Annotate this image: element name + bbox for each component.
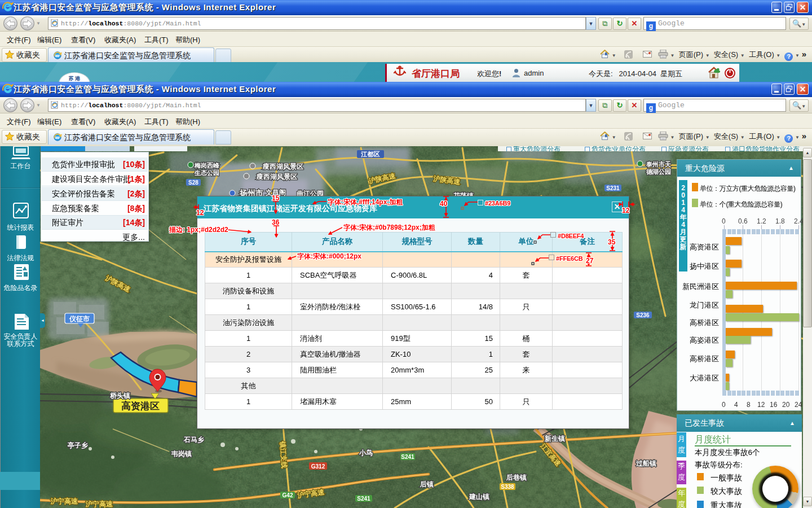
svg-text:高资港区: 高资港区: [121, 400, 160, 411]
